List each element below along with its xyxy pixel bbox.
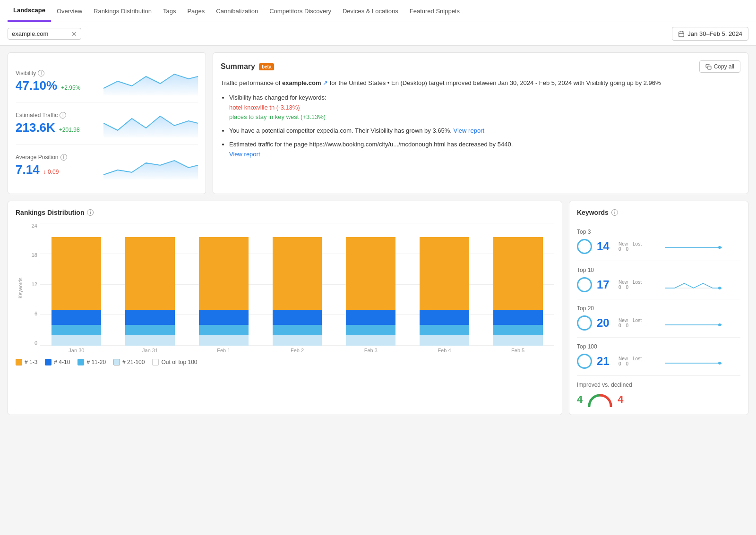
rankings-distribution-panel: Rankings Distribution i Keywords 24 18 <box>8 201 562 415</box>
calendar-icon <box>678 31 685 37</box>
summary-content: Traffic performance of example.com ↗ for… <box>221 78 740 163</box>
kw2-link[interactable]: places to stay in key west (+3.13%) <box>229 113 326 120</box>
copy-all-button[interactable]: Copy all <box>699 60 740 73</box>
nav-landscape[interactable]: Landscape <box>8 0 51 22</box>
legend-check-out-top100 <box>152 359 159 365</box>
bar-feb3-seg1 <box>346 335 395 346</box>
bar-feb3 <box>336 237 405 346</box>
bar-feb5-seg4 <box>493 237 543 310</box>
kw-tier-top100-label: Top 100 <box>577 343 740 350</box>
traffic-metric: Estimated Traffic i 213.6K +201.98 <box>16 102 198 144</box>
legend-swatch-1-3 <box>16 359 22 365</box>
clear-domain-button[interactable]: ✕ <box>71 31 77 37</box>
x-label-jan31: Jan 31 <box>116 348 185 353</box>
nav-rankings-distribution[interactable]: Rankings Distribution <box>88 1 157 21</box>
kw-top3-count: 14 <box>597 240 614 253</box>
domain-link[interactable]: ↗ <box>323 79 328 86</box>
kw-top10-main: 17 NewLost 00 <box>577 276 740 293</box>
bar-feb4-seg2 <box>420 325 469 335</box>
kw-top3-main: 14 NewLost 00 <box>577 238 740 255</box>
bar-feb2-seg2 <box>273 325 322 335</box>
legend-21-100: # 21-100 <box>113 359 145 365</box>
nav-tags[interactable]: Tags <box>157 1 181 21</box>
top-row: Visibility i 47.10% +2.95% <box>8 52 748 194</box>
kw-top100-sparkline <box>647 353 740 370</box>
kw1-link[interactable]: hotel knoxville tn (-3.13%) <box>229 104 300 111</box>
bar-jan31 <box>116 237 185 346</box>
nav-featured-snippets[interactable]: Featured Snippets <box>404 1 465 21</box>
nav-overview[interactable]: Overview <box>51 1 88 21</box>
chart-container: Keywords 24 18 12 6 0 <box>16 223 554 353</box>
svg-marker-4 <box>103 74 198 95</box>
bar-jan31-seg1 <box>125 335 175 346</box>
nav-cannibalization[interactable]: Cannibalization <box>210 1 264 21</box>
legend-label-11-20: # 11-20 <box>86 359 106 365</box>
svg-rect-7 <box>708 66 711 69</box>
x-label-feb5: Feb 5 <box>483 348 552 353</box>
position-info-icon: i <box>60 154 67 161</box>
nav-devices-locations[interactable]: Devices & Locations <box>337 1 404 21</box>
visibility-label: Visibility i <box>16 70 80 76</box>
ivd-title: Improved vs. declined <box>577 382 740 388</box>
bar-feb5-seg3 <box>493 310 543 325</box>
y-axis-label: Keywords <box>18 278 23 298</box>
position-label: Average Position i <box>16 154 67 161</box>
position-change: ↓ 0.09 <box>43 169 59 175</box>
bar-jan30-seg4 <box>52 237 101 310</box>
bar-feb2-seg4 <box>273 237 322 310</box>
legend-label-out-top100: Out of top 100 <box>161 359 197 365</box>
kw-tier-top20-label: Top 20 <box>577 305 740 312</box>
kw-top100-main: 21 NewLost 00 <box>577 353 740 370</box>
x-label-feb3: Feb 3 <box>336 348 405 353</box>
x-axis-labels: Jan 30 Jan 31 Feb 1 Feb 2 Feb 3 Feb 4 Fe… <box>27 346 554 353</box>
kw-top3-circle <box>577 239 592 254</box>
x-label-feb4: Feb 4 <box>410 348 479 353</box>
bar-feb4 <box>410 237 479 346</box>
nav-pages[interactable]: Pages <box>181 1 210 21</box>
kw-tier-top10-label: Top 10 <box>577 267 740 273</box>
domain-input[interactable] <box>12 30 69 37</box>
ivd-arc-chart <box>587 392 613 407</box>
kw-top3-sparkline <box>647 238 740 255</box>
x-label-jan30: Jan 30 <box>42 348 111 353</box>
y-tick-18: 18 <box>27 252 37 258</box>
nav-competitors-discovery[interactable]: Competitors Discovery <box>264 1 337 21</box>
bar-jan30-seg2 <box>52 325 101 335</box>
bar-feb1 <box>189 237 258 346</box>
kw-top10-sparkline <box>647 276 740 293</box>
bar-feb3-seg2 <box>346 325 395 335</box>
traffic-value: 213.6K <box>16 120 55 135</box>
kw-top20-main: 20 NewLost 00 <box>577 314 740 331</box>
bar-feb1-seg1 <box>199 335 249 346</box>
kw-row-top20: Top 20 20 NewLost 00 <box>577 299 740 338</box>
kw-row-top3: Top 3 14 NewLost 00 <box>577 223 740 261</box>
declined-value: 4 <box>618 393 623 406</box>
bar-feb3-seg4 <box>346 237 395 310</box>
summary-header: Summary beta Copy all <box>221 60 740 73</box>
rankings-info-icon: i <box>87 209 94 216</box>
bar-feb1-seg4 <box>199 237 249 310</box>
legend-swatch-21-100 <box>113 359 120 365</box>
keywords-info-icon: i <box>611 209 618 216</box>
legend-4-10: # 4-10 <box>45 359 70 365</box>
position-sparkline <box>103 151 198 179</box>
svg-point-11 <box>718 287 721 289</box>
bar-feb2-seg1 <box>273 335 322 346</box>
x-label-feb1: Feb 1 <box>189 348 258 353</box>
date-range-picker[interactable]: Jan 30–Feb 5, 2024 <box>672 27 748 41</box>
bullet3-view-report-link[interactable]: View report <box>229 151 260 158</box>
legend-label-1-3: # 1-3 <box>25 359 37 365</box>
date-range-label: Jan 30–Feb 5, 2024 <box>687 30 742 37</box>
kw-row-top100: Top 100 21 NewLost 00 <box>577 338 740 376</box>
bullet2-view-report-link[interactable]: View report <box>454 127 485 134</box>
kw-top20-sparkline <box>647 314 740 331</box>
stacked-bars <box>40 223 554 346</box>
traffic-label: Estimated Traffic i <box>16 112 80 119</box>
kw-top10-circle <box>577 277 592 292</box>
y-axis-label-container: Keywords <box>16 223 25 353</box>
kw-top100-new-lost: NewLost 00 <box>619 356 642 366</box>
keywords-panel-title: Keywords i <box>577 209 740 216</box>
kw-top100-count: 21 <box>597 355 614 368</box>
x-label-feb2: Feb 2 <box>263 348 332 353</box>
summary-title: Summary beta <box>221 62 274 71</box>
